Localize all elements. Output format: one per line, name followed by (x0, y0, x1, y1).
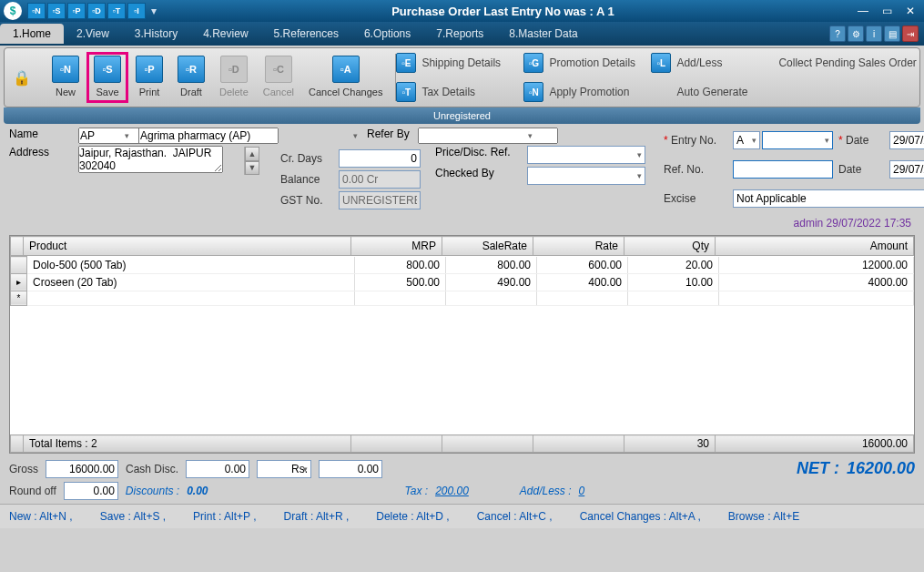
hotkey-draft: Draft : Alt+R , (284, 510, 350, 523)
gross-label: Gross (9, 463, 38, 475)
checked-by-label: Checked By (435, 167, 522, 185)
gst-no-label: GST No. (280, 194, 335, 207)
lock-icon: 🔒 (12, 67, 32, 87)
doc-icon[interactable]: ▤ (884, 26, 900, 42)
quick-new-icon[interactable]: ▫N (27, 3, 46, 19)
maximize-button[interactable]: ▭ (877, 3, 897, 19)
col-rate[interactable]: Rate (533, 237, 624, 256)
cancel-button: ▫CCancel (258, 54, 300, 101)
hotkey-new: New : Alt+N , (9, 510, 73, 523)
quick-draft-icon[interactable]: ▫D (87, 3, 106, 19)
print-button[interactable]: ▫PPrint (130, 54, 168, 101)
addless-label: Add/Less : (520, 485, 572, 497)
cancel-changes-button[interactable]: ▫ACancel Changes (303, 54, 388, 101)
disc-type-select[interactable] (257, 460, 311, 478)
name-input[interactable] (138, 128, 279, 144)
tab-view[interactable]: 2.View (64, 24, 122, 44)
user-timestamp: admin 29/07/2022 17:35 (0, 215, 924, 233)
roundoff-label: Round off (9, 485, 56, 497)
cr-days-input[interactable] (339, 149, 421, 168)
quick-t-icon[interactable]: ▫T (107, 3, 126, 19)
price-disc-ref-label: Price/Disc. Ref. (435, 146, 522, 164)
grid-row[interactable]: ▸ Croseen (20 Tab) 500.00 490.00 400.00 … (11, 273, 914, 291)
tax-value[interactable]: 200.00 (435, 485, 469, 497)
draft-icon: ▫R (178, 56, 205, 83)
draft-button[interactable]: ▫RDraft (172, 54, 210, 101)
col-mrp[interactable]: MRP (351, 237, 442, 256)
address-input[interactable]: Jaipur, Rajasthan. JAIPUR 302040 PhoneNo… (78, 146, 223, 173)
tab-options[interactable]: 6.Options (351, 24, 423, 44)
quick-print-icon[interactable]: ▫P (67, 3, 86, 19)
col-qty[interactable]: Qty (624, 237, 716, 256)
delete-icon: ▫D (220, 56, 248, 83)
checked-by-input[interactable] (527, 167, 645, 185)
date1-input[interactable] (889, 131, 924, 149)
gst-no-input (339, 191, 421, 209)
auto-generate-button[interactable]: Auto Generate (651, 77, 778, 107)
new-button[interactable]: ▫NNew (46, 54, 85, 101)
ref-no-input[interactable] (733, 160, 833, 179)
grid-row[interactable]: Dolo-500 (500 Tab) 800.00 800.00 600.00 … (11, 257, 914, 274)
gross-input[interactable] (46, 460, 118, 478)
tax-details-button[interactable]: ▫TTax Details (396, 77, 523, 107)
total-qty: 30 (624, 435, 716, 453)
addless-icon: ▫L (651, 53, 671, 73)
cancel-icon: ▫C (265, 56, 292, 83)
quick-save-icon[interactable]: ▫S (47, 3, 66, 19)
promotion-details-button[interactable]: ▫GPromotion Details (523, 48, 651, 77)
grid-new-row[interactable]: * (11, 291, 914, 305)
hotkeys-bar: New : Alt+N , Save : Alt+S , Print : Alt… (0, 504, 924, 528)
apply-promo-icon: ▫N (523, 82, 543, 102)
excise-label: Excise (664, 192, 727, 205)
col-product[interactable]: Product (24, 237, 351, 256)
cash-disc-label: Cash Disc. (126, 463, 178, 475)
hotkey-cancel-changes: Cancel Changes : Alt+A , (580, 510, 701, 523)
shipping-icon: ▫E (396, 53, 416, 73)
tab-reports[interactable]: 7.Reports (423, 24, 496, 44)
tab-history[interactable]: 3.History (122, 24, 190, 44)
tab-references[interactable]: 5.References (261, 24, 351, 44)
cash-disc-input[interactable] (186, 460, 249, 478)
disc-amt-input[interactable] (319, 460, 382, 478)
tax-label: Tax : (405, 485, 429, 497)
tab-home[interactable]: 1.Home (0, 24, 64, 44)
collect-pending-button[interactable]: Collect Pending Sales Order (778, 48, 916, 77)
unregistered-bar: Unregistered (4, 107, 920, 124)
shipping-details-button[interactable]: ▫EShipping Details (396, 48, 523, 77)
close-button[interactable]: ✕ (900, 3, 920, 19)
info-icon[interactable]: i (866, 26, 882, 42)
refer-by-input[interactable] (418, 128, 558, 144)
excise-input[interactable] (733, 189, 924, 208)
entry-no-label: Entry No. (664, 134, 727, 147)
hotkey-delete: Delete : Alt+D , (376, 510, 449, 523)
refer-by-label: Refer By (367, 128, 412, 140)
tax-icon: ▫T (396, 82, 416, 102)
entry-prefix-input[interactable] (733, 131, 760, 149)
apply-promotion-button[interactable]: ▫NApply Promotion (523, 77, 651, 107)
price-disc-ref-input[interactable] (527, 146, 645, 164)
add-less-button[interactable]: ▫LAdd/Less (651, 48, 778, 77)
ribbon: 🔒 ▫NNew ▫SSave ▫PPrint ▫RDraft ▫DDelete … (4, 47, 920, 107)
col-salerate[interactable]: SaleRate (442, 237, 533, 256)
exit-icon[interactable]: ⇥ (902, 26, 919, 42)
addless-value[interactable]: 0 (579, 485, 585, 497)
roundoff-input[interactable] (64, 482, 118, 500)
col-amount[interactable]: Amount (716, 237, 914, 256)
scroll-down-icon[interactable]: ▼ (245, 161, 259, 176)
quick-i-icon[interactable]: ▫I (127, 3, 146, 19)
help-icon[interactable]: ? (829, 26, 846, 42)
titlebar: $ ▫N ▫S ▫P ▫D ▫T ▫I ▾ Purchase Order Las… (0, 0, 924, 22)
tab-master-data[interactable]: 8.Master Data (496, 24, 590, 44)
date1-label: Date (838, 134, 884, 147)
total-amount: 16000.00 (716, 435, 914, 453)
scroll-up-icon[interactable]: ▲ (245, 147, 259, 161)
settings-icon[interactable]: ⚙ (848, 26, 864, 42)
date2-input[interactable] (889, 160, 924, 179)
entry-no-input[interactable] (762, 131, 833, 149)
net-value: 16200.00 (847, 459, 915, 478)
save-button[interactable]: ▫SSave (88, 54, 127, 101)
minimize-button[interactable]: — (853, 3, 873, 19)
name-label: Name (9, 128, 73, 140)
tab-review[interactable]: 4.Review (190, 24, 260, 44)
total-items-label: Total Items : 2 (24, 435, 351, 453)
